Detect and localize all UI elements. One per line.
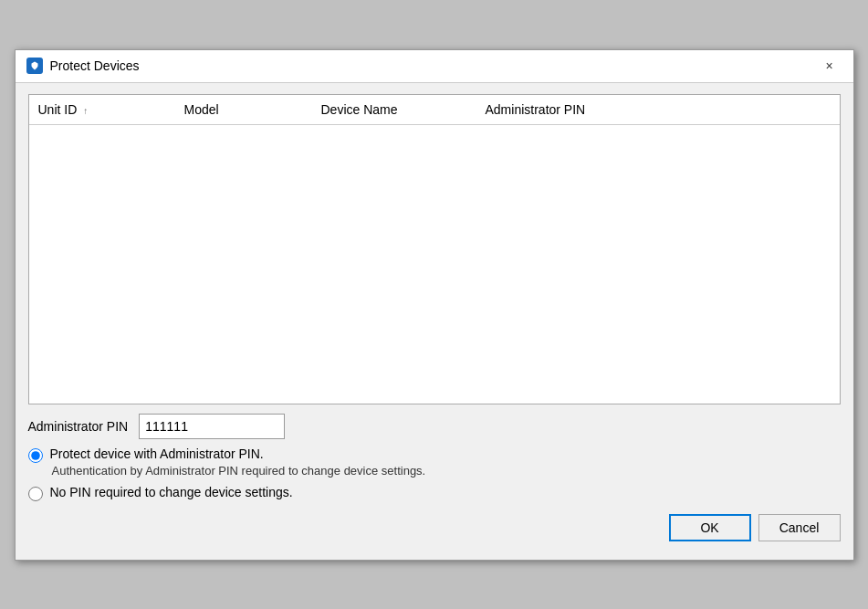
column-header-unit-id[interactable]: Unit ID ↑ — [29, 95, 175, 125]
close-button[interactable]: × — [817, 55, 842, 77]
title-bar-left: Protect Devices — [26, 58, 140, 74]
column-header-admin-pin[interactable]: Administrator PIN — [476, 95, 840, 125]
pin-input[interactable] — [139, 414, 285, 439]
column-header-device-name-label: Device Name — [321, 102, 398, 117]
radio-protect-pin-text-block: Protect device with Administrator PIN. A… — [50, 446, 426, 478]
radio-protect-pin[interactable] — [28, 448, 43, 463]
column-header-model-label: Model — [184, 102, 219, 117]
pin-label: Administrator PIN — [28, 419, 129, 434]
cancel-button[interactable]: Cancel — [758, 514, 841, 541]
column-header-model[interactable]: Model — [175, 95, 312, 125]
radio-protect-pin-option[interactable]: Protect device with Administrator PIN. A… — [28, 446, 841, 478]
title-bar: Protect Devices × — [16, 50, 853, 83]
radio-no-pin[interactable] — [28, 487, 43, 501]
column-header-unit-id-label: Unit ID — [38, 102, 78, 117]
column-header-device-name[interactable]: Device Name — [312, 95, 476, 125]
sort-indicator-unit-id: ↑ — [83, 106, 88, 116]
ok-button[interactable]: OK — [669, 514, 751, 541]
dialog-title: Protect Devices — [50, 58, 140, 73]
radio-no-pin-option[interactable]: No PIN required to change device setting… — [28, 485, 841, 501]
radio-protect-pin-sublabel: Authentication by Administrator PIN requ… — [50, 464, 426, 478]
column-header-admin-pin-label: Administrator PIN — [486, 102, 586, 117]
radio-no-pin-text-block: No PIN required to change device setting… — [50, 485, 293, 499]
table-header-row: Unit ID ↑ Model Device Name Administrato… — [29, 95, 840, 125]
protect-devices-dialog: Protect Devices × Unit ID ↑ Model — [15, 49, 854, 561]
radio-no-pin-label[interactable]: No PIN required to change device setting… — [50, 485, 293, 499]
device-table-container: Unit ID ↑ Model Device Name Administrato… — [28, 94, 841, 404]
bottom-section: Administrator PIN Protect device with Ad… — [28, 414, 841, 549]
dialog-body: Unit ID ↑ Model Device Name Administrato… — [16, 83, 853, 560]
device-table: Unit ID ↑ Model Device Name Administrato… — [29, 95, 840, 125]
radio-protect-pin-label[interactable]: Protect device with Administrator PIN. — [50, 446, 426, 461]
button-row: OK Cancel — [28, 514, 841, 549]
pin-row: Administrator PIN — [28, 414, 841, 439]
dialog-icon — [26, 58, 43, 74]
